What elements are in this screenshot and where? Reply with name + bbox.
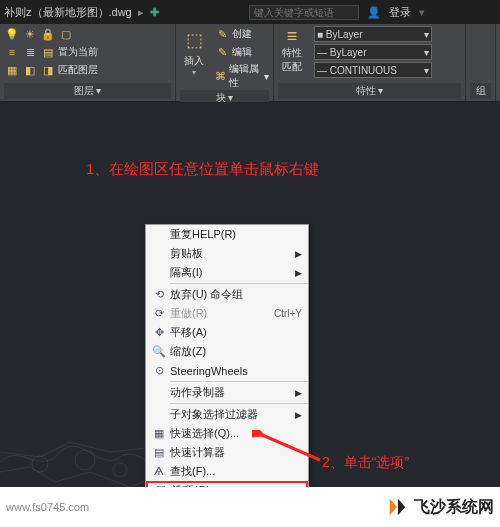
- signin-icon[interactable]: 👤: [367, 6, 381, 19]
- layer-lock-icon[interactable]: 🔒: [40, 26, 56, 42]
- svg-line-3: [260, 434, 320, 460]
- annotation-arrow: [252, 430, 332, 466]
- login-link[interactable]: 登录: [389, 5, 411, 20]
- menu-pan[interactable]: ✥平移(A): [146, 323, 308, 342]
- layers-icon[interactable]: ≡: [4, 44, 20, 60]
- panel-title-layers: 图层 ▾: [4, 83, 171, 99]
- edit-block-icon[interactable]: ✎: [214, 44, 230, 60]
- redo-icon: ⟳: [148, 307, 170, 320]
- create-button[interactable]: 创建: [232, 27, 252, 41]
- layer-iso-icon[interactable]: ▦: [4, 62, 20, 78]
- triangle-icon: ▸: [138, 6, 144, 19]
- menu-wheels[interactable]: ⊙SteeringWheels: [146, 361, 308, 380]
- plus-icon[interactable]: ✚: [150, 6, 159, 19]
- menu-redo: ⟳重做(R)Ctrl+Y: [146, 304, 308, 323]
- layers2-icon[interactable]: ≣: [22, 44, 38, 60]
- source-url: www.fs0745.com: [6, 501, 89, 513]
- svg-point-2: [113, 463, 127, 477]
- calc-icon: ▤: [148, 446, 170, 459]
- layer-off-icon[interactable]: 💡: [4, 26, 20, 42]
- menu-zoom[interactable]: 🔍缩放(Z): [146, 342, 308, 361]
- svg-point-1: [75, 450, 95, 470]
- insert-icon[interactable]: ⬚: [180, 26, 208, 54]
- svg-point-0: [32, 456, 48, 472]
- layer-freeze-icon[interactable]: ☀: [22, 26, 38, 42]
- menu-clipboard[interactable]: 剪贴板▶: [146, 244, 308, 263]
- properties-button[interactable]: 特性: [282, 46, 302, 60]
- wheel-icon: ⊙: [148, 364, 170, 377]
- search-input[interactable]: [249, 5, 359, 20]
- edit-attr-button[interactable]: 编辑属性: [229, 62, 262, 90]
- create-block-icon[interactable]: ✎: [214, 26, 230, 42]
- layer-color-icon[interactable]: ▢: [58, 26, 74, 42]
- match-props-button[interactable]: 匹配: [282, 60, 302, 74]
- linetype-dropdown[interactable]: — CONTINUOUS▾: [314, 62, 432, 78]
- lineweight-dropdown[interactable]: — ByLayer▾: [314, 44, 432, 60]
- insert-button[interactable]: 插入: [184, 54, 204, 68]
- undo-icon: ⟲: [148, 288, 170, 301]
- menu-repeat[interactable]: 重复HELP(R): [146, 225, 308, 244]
- zoom-icon: 🔍: [148, 345, 170, 358]
- edit-attr-icon[interactable]: ⌘: [214, 68, 227, 84]
- layer-match-icon[interactable]: ◨: [40, 62, 56, 78]
- panel-title-group: 组: [470, 83, 491, 99]
- set-current-button[interactable]: 置为当前: [58, 45, 98, 59]
- properties-icon[interactable]: ≡: [278, 26, 306, 46]
- annotation-step1: 1、在绘图区任意位置单击鼠标右键: [86, 160, 319, 179]
- layers3-icon[interactable]: ▤: [40, 44, 56, 60]
- match-layer-button[interactable]: 匹配图层: [58, 63, 98, 77]
- find-icon: Ѧ: [148, 465, 170, 478]
- menu-subfilter[interactable]: 子对象选择过滤器▶: [146, 405, 308, 424]
- color-dropdown[interactable]: ■ ByLayer▾: [314, 26, 432, 42]
- annotation-step2: 2、单击“选项”: [322, 454, 409, 472]
- menu-isolate[interactable]: 隔离(I)▶: [146, 263, 308, 282]
- edit-button[interactable]: 编辑: [232, 45, 252, 59]
- qselect-icon: ▦: [148, 427, 170, 440]
- brand-logo-icon: [386, 496, 408, 518]
- brand-text: 飞沙系统网: [414, 497, 494, 518]
- panel-title-properties: 特性 ▾: [278, 83, 461, 99]
- menu-undo[interactable]: ⟲放弃(U) 命令组: [146, 285, 308, 304]
- menu-recorder[interactable]: 动作录制器▶: [146, 383, 308, 402]
- pan-icon: ✥: [148, 326, 170, 339]
- layer-prev-icon[interactable]: ◧: [22, 62, 38, 78]
- document-title: 补则z（最新地形图）.dwg: [4, 5, 132, 20]
